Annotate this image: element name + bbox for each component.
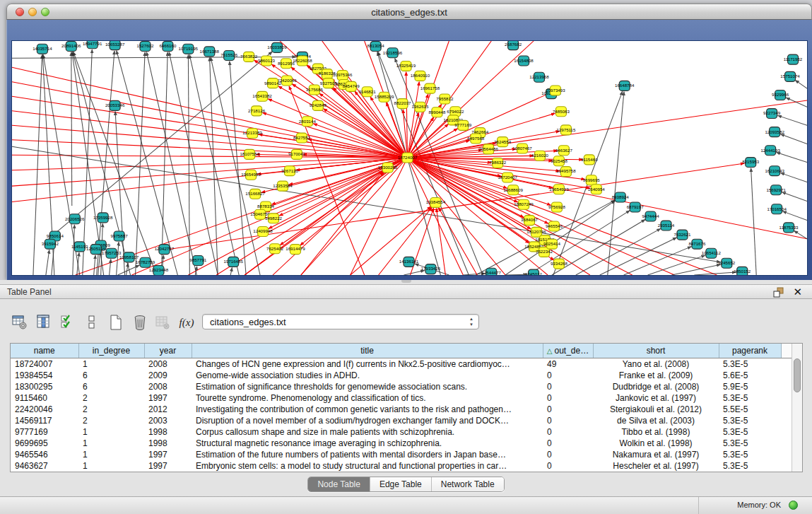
table-row[interactable]: 911546021997Tourette syndrome. Phenomeno…: [11, 392, 792, 404]
graph-node[interactable]: 16914479: [286, 245, 305, 255]
cell[interactable]: 5.3E-5: [719, 392, 781, 404]
cell[interactable]: 2003: [144, 415, 192, 426]
graph-node[interactable]: 12923448: [149, 265, 169, 275]
cell[interactable]: Stergiakouli et al. (2012): [593, 404, 719, 415]
cell[interactable]: Structural magnetic resonance image aver…: [192, 438, 543, 449]
cell[interactable]: 5.5E-5: [719, 404, 781, 415]
cell[interactable]: 1998: [144, 426, 192, 438]
cell[interactable]: 0: [543, 460, 593, 472]
column-header-short[interactable]: short: [593, 344, 719, 358]
column-header-pagerank[interactable]: pagerank: [719, 344, 781, 358]
cell[interactable]: Jankovic et al. (1997): [593, 392, 719, 404]
cell[interactable]: 5.3E-5: [719, 438, 781, 449]
cell[interactable]: 9465546: [11, 449, 78, 460]
cell[interactable]: Estimation of the future numbers of pati…: [192, 449, 543, 460]
graph-node[interactable]: 7632621: [673, 230, 691, 240]
cell[interactable]: 2: [78, 392, 144, 404]
graph-node[interactable]: 15692971: [766, 185, 786, 195]
cell[interactable]: 1: [78, 460, 144, 472]
table-row[interactable]: 2242004622012Investigating the contribut…: [11, 404, 792, 415]
cell[interactable]: Estimation of significance thresholds fo…: [192, 381, 543, 392]
cell[interactable]: 1: [78, 358, 144, 370]
graph-node[interactable]: 18807249: [514, 199, 534, 209]
table-row[interactable]: 977716911998Corpus callosum shape and si…: [11, 426, 792, 438]
graph-node[interactable]: 3175685: [306, 85, 324, 95]
cell[interactable]: 18724007: [11, 358, 78, 370]
graph-node[interactable]: 2687682: [505, 41, 522, 50]
network-window-titlebar[interactable]: citations_edges.txt: [6, 4, 812, 20]
cell[interactable]: 1: [78, 449, 144, 460]
function-builder-icon[interactable]: f(x): [177, 313, 196, 332]
cell[interactable]: 18300295: [11, 381, 78, 392]
graph-node[interactable]: 9850152: [734, 267, 751, 275]
cell[interactable]: 5.3E-5: [719, 449, 781, 460]
column-header-title[interactable]: title: [192, 344, 543, 358]
graph-node[interactable]: 19495758: [556, 167, 576, 177]
cell[interactable]: 0: [543, 370, 593, 381]
cell[interactable]: 2: [78, 415, 144, 426]
graph-node[interactable]: 10653287: [105, 41, 125, 50]
graph-node[interactable]: 9245012: [525, 269, 543, 275]
graph-node[interactable]: 11171952: [784, 54, 803, 64]
graph-node[interactable]: 3684067: [521, 216, 539, 226]
table-scrollbar-thumb[interactable]: [794, 358, 801, 392]
cell[interactable]: Disruption of a novel member of a sodium…: [192, 415, 543, 426]
column-header-name[interactable]: name: [11, 344, 78, 358]
cell[interactable]: 0: [543, 426, 593, 438]
column-header-year[interactable]: year: [144, 344, 192, 358]
table-scrollbar[interactable]: [792, 344, 802, 472]
cell[interactable]: de Silva et al. (2003): [593, 415, 719, 426]
graph-node[interactable]: 7625402: [266, 244, 284, 254]
cell[interactable]: Tourette syndrome. Phenomenology and cla…: [192, 392, 543, 404]
graph-node[interactable]: 19384554: [426, 197, 446, 207]
cell[interactable]: 1998: [144, 438, 192, 449]
graph-node[interactable]: 15166827: [245, 189, 265, 199]
graph-node[interactable]: 12213968: [529, 72, 549, 82]
graph-node[interactable]: 16671388: [200, 47, 220, 57]
graph-node[interactable]: 9227349: [763, 109, 781, 119]
graph-node[interactable]: 12444193: [760, 146, 780, 156]
graph-node[interactable]: 7663822: [240, 52, 258, 62]
cell[interactable]: 1997: [144, 460, 192, 472]
graph-node[interactable]: 9975887: [111, 231, 129, 241]
cell[interactable]: 0: [543, 381, 593, 392]
graph-node[interactable]: 1527602: [136, 41, 154, 51]
graph-node[interactable]: 18947791: [83, 41, 102, 49]
graph-node[interactable]: 6466160: [159, 41, 177, 51]
table-row[interactable]: 969969511998Structural magnetic resonanc…: [11, 438, 792, 449]
graph-node[interactable]: 2718126: [248, 106, 266, 116]
graph-node[interactable]: 9857791: [189, 255, 207, 265]
graph-node[interactable]: 12544477: [481, 268, 501, 275]
cell[interactable]: Embryonic stem cells: a model to study s…: [192, 460, 543, 472]
cell[interactable]: Corpus callosum shape and size in male p…: [192, 426, 543, 438]
graph-node[interactable]: 8822037: [394, 99, 412, 109]
graph-node[interactable]: 14035714: [33, 44, 52, 54]
close-panel-icon[interactable]: ✕: [793, 286, 802, 298]
select-attributes-icon[interactable]: [58, 313, 78, 332]
tab-node-table[interactable]: Node Table: [308, 477, 370, 491]
graph-node[interactable]: 12093582: [765, 127, 784, 137]
cell[interactable]: 2008: [144, 358, 192, 370]
new-file-icon[interactable]: [106, 313, 126, 332]
cell[interactable]: 5.3E-5: [719, 358, 781, 370]
cell[interactable]: Hescheler et al. (1997): [593, 460, 719, 472]
cell[interactable]: Franke et al. (2009): [593, 370, 719, 381]
cell[interactable]: Tibbo et al. (1998): [593, 426, 719, 438]
cell[interactable]: 2: [78, 404, 144, 415]
cell[interactable]: Yano et al. (2008): [593, 358, 719, 370]
graph-node[interactable]: 10654112: [702, 248, 722, 258]
cell[interactable]: 5.3E-5: [719, 460, 781, 472]
graph-node[interactable]: 8471676: [688, 239, 706, 249]
graph-node[interactable]: 19716485: [223, 257, 243, 267]
graph-node[interactable]: 16033809: [267, 42, 287, 52]
network-canvas[interactable]: 1403571420891406189477911065328715276026…: [11, 40, 808, 276]
graph-node[interactable]: 8990448: [428, 107, 446, 117]
graph-node[interactable]: 1640954: [588, 185, 606, 194]
cell[interactable]: 0: [543, 415, 593, 426]
cell[interactable]: 0: [543, 404, 593, 415]
cell[interactable]: 2009: [144, 370, 192, 381]
graph-node[interactable]: 7955812: [436, 94, 454, 104]
graph-node[interactable]: 12213383: [242, 129, 262, 139]
graph-node[interactable]: 7615526: [220, 51, 238, 61]
graph-node[interactable]: 9329966: [772, 90, 789, 100]
